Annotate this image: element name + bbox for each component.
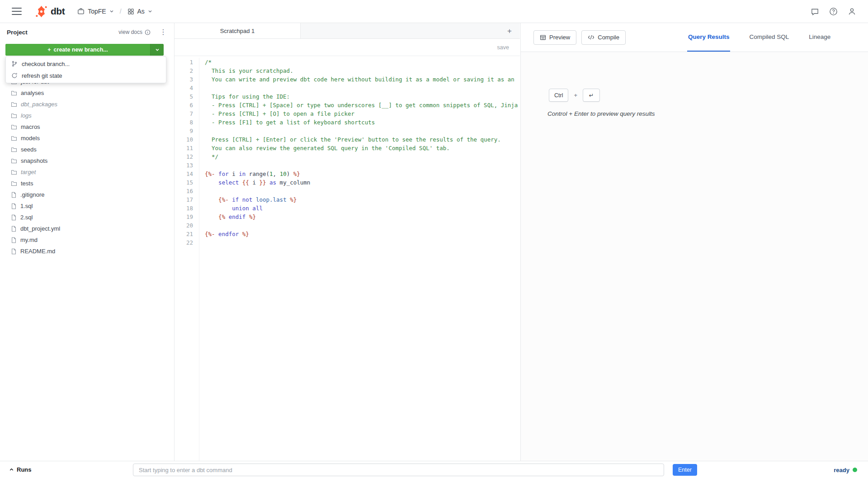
results-header: Preview Compile Query Results Compiled S… bbox=[521, 23, 868, 52]
code-icon bbox=[588, 34, 594, 40]
kebab-menu-icon[interactable]: ⋮ bbox=[160, 28, 167, 36]
code-line[interactable]: - Press [F1] to get a list of keyboard s… bbox=[205, 118, 520, 127]
tab-scratchpad-1[interactable]: Scratchpad 1 bbox=[175, 23, 301, 38]
view-docs-link[interactable]: view docs bbox=[118, 29, 151, 35]
bottom-command-bar: Runs Enter ready bbox=[0, 461, 868, 478]
tree-item[interactable]: dbt_project.yml bbox=[0, 223, 174, 234]
tree-item[interactable]: seeds bbox=[0, 144, 174, 155]
code-line[interactable] bbox=[205, 127, 520, 135]
compile-button[interactable]: Compile bbox=[581, 30, 626, 45]
sidebar-title: Project bbox=[7, 29, 28, 36]
tree-item-label: seeds bbox=[21, 146, 37, 153]
enter-button[interactable]: Enter bbox=[673, 464, 697, 476]
menu-item-refresh-git-state[interactable]: refresh git state bbox=[6, 70, 166, 81]
feedback-icon[interactable] bbox=[811, 7, 819, 16]
tree-item-label: README.md bbox=[20, 248, 55, 255]
code-line[interactable]: Tips for using the IDE: bbox=[205, 92, 520, 101]
tree-item[interactable]: snapshots bbox=[0, 155, 174, 166]
dbt-command-input[interactable] bbox=[133, 464, 664, 476]
code-line[interactable]: {%- if not loop.last %} bbox=[205, 195, 520, 204]
code-line[interactable]: */ bbox=[205, 152, 520, 161]
menu-item-checkout-branch[interactable]: checkout branch... bbox=[6, 58, 166, 70]
save-button[interactable]: save bbox=[497, 44, 509, 51]
plus-icon: + bbox=[47, 47, 51, 53]
preview-button[interactable]: Preview bbox=[533, 30, 576, 45]
grid-icon bbox=[127, 8, 134, 15]
code-line[interactable]: select {{ i }} as my_column bbox=[205, 178, 520, 187]
add-tab-button[interactable]: + bbox=[505, 26, 514, 36]
table-icon bbox=[540, 34, 546, 41]
code-line[interactable]: - Press [CTRL] + [Space] or type two und… bbox=[205, 101, 520, 109]
line-number: 4 bbox=[175, 84, 193, 92]
tree-item[interactable]: models bbox=[0, 133, 174, 144]
tab-lineage[interactable]: Lineage bbox=[808, 23, 831, 52]
editor-code[interactable]: /* This is your scratchpad. You can writ… bbox=[199, 58, 520, 461]
tree-item-label: target bbox=[21, 169, 36, 175]
breadcrumb-separator: / bbox=[120, 8, 122, 15]
line-number: 19 bbox=[175, 213, 193, 221]
shortcut-hint-text: Control + Enter to preview query results bbox=[547, 110, 655, 117]
tree-item[interactable]: README.md bbox=[0, 246, 174, 257]
git-actions-menu: checkout branch... refresh git state bbox=[5, 56, 166, 83]
tree-item[interactable]: 1.sql bbox=[0, 200, 174, 212]
tree-item[interactable]: my.md bbox=[0, 234, 174, 246]
folder-icon bbox=[11, 90, 17, 96]
topbar: dbt TopFE / As bbox=[0, 0, 868, 23]
line-number: 10 bbox=[175, 135, 193, 144]
line-number: 1 bbox=[175, 58, 193, 66]
tab-compiled-sql[interactable]: Compiled SQL bbox=[748, 23, 790, 52]
code-line[interactable] bbox=[205, 238, 520, 247]
info-icon bbox=[145, 29, 151, 35]
code-editor[interactable]: 12345678910111213141516171819202122 /* T… bbox=[175, 56, 520, 461]
logo-text: dbt bbox=[51, 6, 65, 17]
line-number: 9 bbox=[175, 127, 193, 135]
code-line[interactable]: Press [CTRL] + [Enter] or click the 'Pre… bbox=[205, 135, 520, 144]
tab-query-results[interactable]: Query Results bbox=[687, 23, 731, 52]
tree-item[interactable]: analyses bbox=[0, 87, 174, 99]
line-number: 13 bbox=[175, 161, 193, 170]
tree-item[interactable]: 2.sql bbox=[0, 212, 174, 223]
line-number: 18 bbox=[175, 204, 193, 213]
folder-icon bbox=[11, 158, 17, 164]
code-line[interactable]: {% endif %} bbox=[205, 213, 520, 221]
project-selector[interactable]: As bbox=[127, 8, 152, 15]
code-line[interactable] bbox=[205, 84, 520, 92]
preview-label: Preview bbox=[549, 34, 570, 41]
tree-item[interactable]: target bbox=[0, 166, 174, 178]
line-number: 6 bbox=[175, 101, 193, 109]
code-line[interactable]: This is your scratchpad. bbox=[205, 66, 520, 75]
code-line[interactable] bbox=[205, 187, 520, 195]
branch-dropdown-toggle[interactable] bbox=[150, 44, 164, 56]
help-icon[interactable] bbox=[829, 7, 838, 16]
code-line[interactable]: union all bbox=[205, 204, 520, 213]
hamburger-menu[interactable] bbox=[12, 8, 22, 15]
tree-item[interactable]: logs bbox=[0, 110, 174, 121]
account-selector[interactable]: TopFE bbox=[77, 8, 113, 15]
tree-item[interactable]: macros bbox=[0, 121, 174, 133]
code-line[interactable]: - Press [CTRL] + [O] to open a file pick… bbox=[205, 109, 520, 118]
tree-item[interactable]: dbt_packages bbox=[0, 99, 174, 110]
tree-item[interactable]: tests bbox=[0, 178, 174, 189]
sidebar-header: Project view docs ⋮ bbox=[0, 23, 174, 41]
create-branch-button[interactable]: + create new branch... bbox=[5, 44, 164, 56]
code-line[interactable]: You can also review the generated SQL qu… bbox=[205, 144, 520, 152]
plus-sign: + bbox=[574, 92, 577, 99]
tree-item-label: my.md bbox=[20, 237, 38, 243]
tree-item-label: models bbox=[21, 135, 40, 142]
create-branch-label: create new branch... bbox=[54, 47, 108, 53]
tree-item-label: 2.sql bbox=[20, 214, 33, 221]
code-line[interactable] bbox=[205, 161, 520, 170]
code-line[interactable] bbox=[205, 221, 520, 230]
code-line[interactable]: You can write and preview dbt code here … bbox=[205, 75, 520, 84]
tree-item[interactable]: .gitignore bbox=[0, 189, 174, 200]
tree-item-label: dbt_project.yml bbox=[20, 225, 60, 232]
code-line[interactable]: /* bbox=[205, 58, 520, 66]
code-line[interactable]: {%- endfor %} bbox=[205, 230, 520, 238]
runs-toggle[interactable]: Runs bbox=[9, 466, 32, 473]
briefcase-icon bbox=[77, 8, 85, 15]
user-icon[interactable] bbox=[848, 7, 856, 16]
code-line[interactable]: {%- for i in range(1, 10) %} bbox=[205, 170, 520, 178]
line-number: 12 bbox=[175, 152, 193, 161]
tree-item-label: dbt_packages bbox=[21, 101, 57, 108]
editor-gutter: 12345678910111213141516171819202122 bbox=[175, 58, 199, 461]
